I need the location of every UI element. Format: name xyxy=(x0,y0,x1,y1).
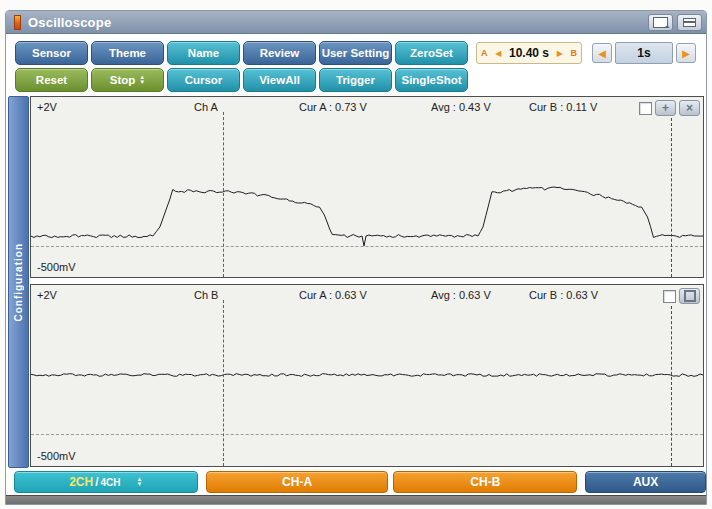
toolbar: Sensor Theme Name Review User Setting Ze… xyxy=(6,34,706,94)
cursor-b-label: B xyxy=(570,48,577,58)
cursor-b-line[interactable] xyxy=(671,306,672,466)
screen: Oscilloscope Sensor Theme Name Review Us… xyxy=(0,0,712,509)
content-area: Configuration +2V Ch A Cur A : 0.73 V Av… xyxy=(6,94,706,469)
channel-b-trace xyxy=(31,285,703,466)
window-snapshot-button[interactable] xyxy=(648,14,673,31)
app-icon xyxy=(14,15,21,30)
triangle-left-icon: ◀ xyxy=(495,49,501,58)
minimize-icon xyxy=(683,18,696,27)
singleshot-button[interactable]: SingleShot xyxy=(395,68,468,92)
window-controls xyxy=(648,14,702,31)
channel-b-cursor-a-value: Cur A : 0.63 V xyxy=(299,289,367,301)
zeroset-button[interactable]: ZeroSet xyxy=(395,41,468,65)
timebase-control: ◀ 1s ▶ xyxy=(592,42,696,64)
configuration-sidebar[interactable]: Configuration xyxy=(8,96,29,468)
channel-a-zero-line xyxy=(31,246,703,247)
channel-panels: +2V Ch A Cur A : 0.73 V Avg : 0.43 V Cur… xyxy=(29,96,706,469)
channel-a-range-top: +2V xyxy=(37,101,57,113)
channel-a-tab[interactable]: CH-A xyxy=(206,471,389,493)
stop-button-label: Stop xyxy=(110,74,136,86)
channel-b-panel-controls xyxy=(663,288,700,304)
channel-a-close-button[interactable]: × xyxy=(679,100,700,116)
channel-a-panel: +2V Ch A Cur A : 0.73 V Avg : 0.43 V Cur… xyxy=(30,96,704,278)
mode-alt-label: 4CH xyxy=(101,477,121,488)
channel-a-name: Ch A xyxy=(194,101,218,113)
ab-time-value: 10.40 s xyxy=(509,46,549,60)
channel-b-range-top: +2V xyxy=(37,289,57,301)
triangle-right-icon: ▶ xyxy=(557,49,563,58)
configuration-sidebar-label: Configuration xyxy=(13,243,24,322)
channel-b-restore-button[interactable] xyxy=(679,288,700,304)
review-button[interactable]: Review xyxy=(243,41,316,65)
sensor-button[interactable]: Sensor xyxy=(15,41,88,65)
window-minimize-button[interactable] xyxy=(677,14,702,31)
cursor-ab-time-readout: A ◀ 10.40 s ▶ B xyxy=(476,42,582,64)
plus-icon: + xyxy=(662,101,669,115)
mode-selected-label: 2CH xyxy=(69,475,93,489)
channel-a-range-bottom: -500mV xyxy=(37,261,76,273)
channel-b-panel: +2V Ch B Cur A : 0.63 V Avg : 0.63 V Cur… xyxy=(30,284,704,467)
channel-a-avg-value: Avg : 0.43 V xyxy=(431,101,491,113)
channel-b-checkbox[interactable] xyxy=(663,290,676,303)
window-bottom-edge xyxy=(6,495,706,504)
bottom-bar: 2CH / 4CH ▲▼ CH-A CH-B AUX xyxy=(6,469,706,495)
channel-a-trace xyxy=(31,97,703,277)
mode-separator: / xyxy=(95,475,98,489)
channel-a-zoom-in-button[interactable]: + xyxy=(655,100,676,116)
restore-window-icon xyxy=(684,290,696,302)
channel-b-name: Ch B xyxy=(194,289,218,301)
timebase-decrease-button[interactable]: ◀ xyxy=(592,43,612,63)
trigger-button[interactable]: Trigger xyxy=(319,68,392,92)
cursor-a-line[interactable] xyxy=(223,300,224,466)
cursor-a-label: A xyxy=(481,48,488,58)
stop-button[interactable]: Stop ▲▼ xyxy=(91,68,164,92)
cursor-a-line[interactable] xyxy=(223,112,224,277)
time-controls: A ◀ 10.40 s ▶ B ◀ 1s ▶ xyxy=(476,41,696,64)
channel-a-cursor-b-value: Cur B : 0.11 V xyxy=(529,101,597,113)
timebase-increase-button[interactable]: ▶ xyxy=(676,43,696,63)
name-button[interactable]: Name xyxy=(167,41,240,65)
channel-mode-selector[interactable]: 2CH / 4CH ▲▼ xyxy=(14,471,198,493)
stop-spinner-icon: ▲▼ xyxy=(139,75,145,85)
timebase-value: 1s xyxy=(615,42,673,64)
user-setting-button[interactable]: User Setting xyxy=(319,41,392,65)
snapshot-icon xyxy=(653,17,668,28)
window-title: Oscilloscope xyxy=(28,15,648,30)
channel-a-panel-controls: + × xyxy=(639,100,700,116)
cursor-button[interactable]: Cursor xyxy=(167,68,240,92)
channel-b-avg-value: Avg : 0.63 V xyxy=(431,289,491,301)
aux-tab[interactable]: AUX xyxy=(585,471,706,493)
channel-a-checkbox[interactable] xyxy=(639,102,652,115)
viewall-button[interactable]: ViewAll xyxy=(243,68,316,92)
reset-button[interactable]: Reset xyxy=(15,68,88,92)
channel-a-cursor-a-value: Cur A : 0.73 V xyxy=(299,101,367,113)
mode-spinner-icon: ▲▼ xyxy=(137,477,143,487)
titlebar: Oscilloscope xyxy=(6,11,706,34)
channel-b-cursor-b-value: Cur B : 0.63 V xyxy=(529,289,598,301)
toolbar-buttons: Sensor Theme Name Review User Setting Ze… xyxy=(15,41,468,92)
oscilloscope-window: Oscilloscope Sensor Theme Name Review Us… xyxy=(5,10,707,505)
cursor-b-line[interactable] xyxy=(671,118,672,277)
channel-b-range-bottom: -500mV xyxy=(37,450,76,462)
channel-b-zero-line xyxy=(31,434,703,435)
close-icon: × xyxy=(686,101,693,115)
channel-b-tab[interactable]: CH-B xyxy=(393,471,577,493)
theme-button[interactable]: Theme xyxy=(91,41,164,65)
